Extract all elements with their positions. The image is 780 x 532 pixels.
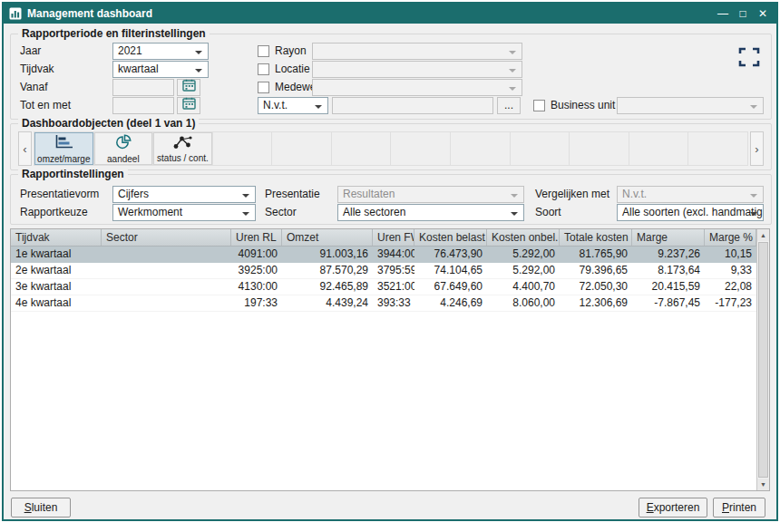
- table-header-row: TijdvakSectorUren RLOmzetUren FWKosten b…: [11, 229, 756, 247]
- column-header-marge[interactable]: Marge %: [705, 229, 756, 246]
- presentatievorm-select[interactable]: Cijfers: [112, 186, 256, 203]
- table-cell: 67.649,60: [414, 279, 487, 295]
- dashboard-item-status-cont[interactable]: status / cont.: [153, 132, 213, 165]
- table-cell: 22,08: [705, 279, 756, 295]
- dashboard-empty-slot: [391, 132, 451, 165]
- fullscreen-button[interactable]: [735, 45, 764, 71]
- table-cell: 3944:00: [373, 247, 414, 262]
- table-cell: 4.439,24: [282, 295, 373, 311]
- bar-chart-icon: [54, 134, 73, 153]
- jaar-label: Jaar: [20, 43, 41, 60]
- network-icon: [172, 135, 192, 152]
- dashboard-objects-group-title: Dashboardobjecten (deel 1 van 1): [18, 117, 199, 130]
- filter-group-title: Rapportperiode en filterinstellingen: [18, 27, 210, 40]
- soort-label: Soort: [535, 204, 561, 221]
- exporteren-button[interactable]: Exporteren: [639, 498, 707, 517]
- nvt-select[interactable]: N.v.t.: [258, 97, 328, 114]
- table-cell: 12.306,69: [560, 295, 632, 311]
- dashboard-strip: omzet/margeaandeelstatus / cont.: [34, 131, 748, 166]
- table-cell: 4e kwartaal: [11, 295, 102, 311]
- column-header-omzet[interactable]: Omzet: [282, 229, 373, 246]
- table-cell: 9.237,26: [632, 247, 705, 262]
- table-row[interactable]: 1e kwartaal4091:0091.003,163944:0076.473…: [11, 247, 756, 263]
- tijdvak-select[interactable]: kwartaal: [112, 61, 209, 78]
- dashboard-empty-slot: [451, 132, 511, 165]
- table-cell: 4.246,69: [414, 295, 487, 311]
- dashboard-empty-slot: [629, 132, 689, 165]
- dashboard-item-aandeel[interactable]: aandeel: [94, 132, 154, 165]
- vertical-scrollbar[interactable]: ▲ ▼: [756, 229, 769, 490]
- presentatie-select: Resultaten: [337, 186, 524, 203]
- dashboard-item-label: aandeel: [107, 155, 140, 164]
- table-cell: 74.104,65: [414, 263, 487, 278]
- table-cell: 4130:00: [231, 279, 282, 295]
- table-body: 1e kwartaal4091:0091.003,163944:0076.473…: [11, 247, 756, 312]
- column-header-uren-rl[interactable]: Uren RL: [231, 229, 282, 246]
- scroll-up-icon[interactable]: ▲: [757, 229, 769, 241]
- rayon-checkbox[interactable]: Rayon: [258, 44, 307, 58]
- business-unit-label: Business unit: [551, 100, 615, 111]
- rayon-select: [312, 43, 522, 60]
- locatie-checkbox[interactable]: Locatie: [258, 63, 310, 76]
- column-header-kosten-belast[interactable]: Kosten belast: [414, 229, 487, 246]
- table-cell: 3521:00: [373, 279, 414, 295]
- vanaf-input: [112, 79, 174, 96]
- column-header-totale-kosten[interactable]: Totale kosten: [560, 229, 632, 246]
- app-icon: [9, 7, 22, 20]
- table-cell: 10,15: [705, 247, 756, 262]
- table-cell: 5.292,00: [487, 263, 560, 278]
- business-unit-checkbox[interactable]: Business unit: [533, 99, 615, 112]
- business-unit-select: [617, 97, 764, 114]
- dashboard-prev-button[interactable]: ‹: [18, 131, 32, 166]
- table-cell: -177,23: [705, 295, 756, 311]
- vergelijken-met-label: Vergelijken met: [535, 186, 609, 203]
- fullscreen-icon: [738, 47, 760, 70]
- jaar-select[interactable]: 2021: [112, 43, 209, 60]
- table-cell: 3e kwartaal: [11, 279, 102, 295]
- column-header-kosten-onbel[interactable]: Kosten onbel.: [487, 229, 560, 246]
- sector-select[interactable]: Alle sectoren: [337, 204, 524, 221]
- close-button[interactable]: ✕: [753, 5, 773, 22]
- table-cell: 79.396,65: [560, 263, 632, 278]
- column-header-marge[interactable]: Marge: [632, 229, 705, 246]
- sluiten-button[interactable]: Sluiten: [11, 498, 71, 517]
- vanaf-calendar-button[interactable]: [177, 79, 200, 96]
- locatie-label: Locatie: [275, 63, 310, 75]
- maximize-button[interactable]: □: [733, 5, 753, 22]
- dashboard-item-label: status / cont.: [157, 154, 209, 163]
- calendar-icon: [182, 79, 196, 96]
- dashboard-item-omzet-marge[interactable]: omzet/marge: [34, 132, 94, 165]
- presentatie-label: Presentatie: [265, 186, 320, 203]
- rapportkeuze-select[interactable]: Werkmoment: [112, 204, 256, 221]
- results-table: TijdvakSectorUren RLOmzetUren FWKosten b…: [10, 228, 770, 491]
- vanaf-label: Vanaf: [20, 79, 47, 96]
- report-settings-group-title: Rapportinstellingen: [18, 168, 128, 180]
- medewerker-select: [312, 79, 522, 96]
- checkbox-icon: [258, 82, 269, 93]
- dashboard-next-button[interactable]: ›: [750, 131, 764, 166]
- rapportkeuze-label: Rapportkeuze: [20, 204, 88, 221]
- table-cell: -7.867,45: [632, 295, 705, 311]
- soort-select[interactable]: Alle soorten (excl. handmatig: [617, 204, 764, 221]
- printen-button[interactable]: Printen: [713, 498, 765, 517]
- table-cell: 91.003,16: [282, 247, 373, 262]
- dashboard-empty-slot: [272, 132, 332, 165]
- table-cell: 393:33: [373, 295, 414, 311]
- scrollbar-thumb[interactable]: [758, 242, 768, 478]
- table-columns: TijdvakSectorUren RLOmzetUren FWKosten b…: [11, 229, 756, 490]
- minimize-button[interactable]: —: [713, 5, 733, 22]
- more-button[interactable]: ...: [497, 97, 521, 114]
- scroll-down-icon[interactable]: ▼: [757, 479, 769, 490]
- column-header-uren-fw[interactable]: Uren FW: [373, 229, 414, 246]
- tot-en-met-calendar-button[interactable]: [177, 97, 200, 114]
- locatie-select: [312, 61, 522, 78]
- table-row[interactable]: 4e kwartaal197:334.439,24393:334.246,698…: [11, 295, 756, 312]
- dashboard-empty-slot: [332, 132, 392, 165]
- table-cell: [102, 263, 231, 278]
- table-row[interactable]: 3e kwartaal4130:0092.465,893521:0067.649…: [11, 279, 756, 295]
- table-cell: 4.400,70: [487, 279, 560, 295]
- column-header-sector[interactable]: Sector: [102, 229, 231, 246]
- table-row[interactable]: 2e kwartaal3925:0087.570,293795:5974.104…: [11, 263, 756, 279]
- vergelijken-met-select: N.v.t.: [617, 186, 764, 203]
- column-header-tijdvak[interactable]: Tijdvak: [11, 229, 102, 246]
